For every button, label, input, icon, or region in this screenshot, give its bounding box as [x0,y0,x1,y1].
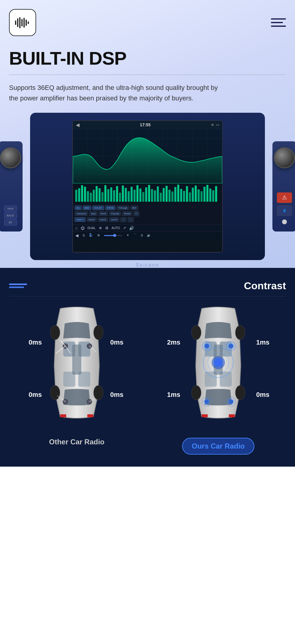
our-car-with-labels: 2ms 1ms 1ms 0ms [167,305,269,432]
left-knob[interactable] [0,147,21,168]
our-car-bl-label: 1ms [167,391,180,399]
svg-rect-22 [84,187,86,202]
ac-flow-icon: ⌒ [133,233,137,238]
audio-waveform-icon [14,16,32,29]
svg-rect-39 [134,190,136,202]
svg-rect-55 [180,189,182,202]
warning-icon: ⚠ [282,194,287,201]
svg-rect-28 [101,192,104,202]
srs-badge[interactable]: SRS● [105,206,115,210]
fan-icon-right: ✦ [126,233,129,237]
svg-point-107 [228,344,233,348]
svg-rect-33 [116,186,118,202]
contrast-line-1 [9,284,27,285]
fan-icon: ⊕ [97,233,100,237]
right-knob[interactable] [274,147,295,168]
navi-button[interactable]: NAVI [4,206,17,212]
svg-rect-61 [197,189,200,202]
nav-buttons: NAVI BACK BT [4,206,17,225]
jazz-badge[interactable]: Jazz [89,211,98,216]
fan-slider[interactable] [104,234,122,237]
svg-rect-4 [23,18,25,28]
svg-rect-34 [119,193,121,202]
eq-sliders [73,183,222,204]
svg-rect-26 [96,186,98,202]
svg-point-78 [50,385,60,400]
svg-rect-56 [183,191,185,202]
bbe-badge[interactable]: BBE [83,206,91,210]
screen-status-icons: ≋ ▭ [211,123,219,127]
svg-rect-43 [145,187,147,202]
svg-point-77 [94,325,103,340]
svg-rect-62 [200,191,203,202]
svg-point-109 [204,399,209,404]
cars-comparison: 0ms 0ms 0ms 0ms [9,305,286,455]
dts-badge[interactable]: dts [75,206,82,210]
volume-down-icon: 🔉 [147,233,151,237]
svg-rect-24 [90,193,92,202]
popular-badge[interactable]: Popular [109,211,121,216]
svg-point-115 [214,358,222,367]
svg-rect-60 [195,186,197,202]
user1-badge[interactable]: User:1 [75,217,85,222]
svg-point-76 [50,325,60,340]
svg-rect-91 [87,414,93,417]
svg-rect-49 [163,188,165,202]
eq-controls: dts BBE DOLBY SRS● Through ⊕⊝ Classical … [73,204,222,224]
top-bar [9,9,286,36]
plus-badge[interactable]: ＋ [120,217,126,222]
our-car-label-button[interactable]: Ours Car Radio [182,438,254,455]
contrast-lines-icon [9,284,27,288]
contrast-header: Contrast [9,280,286,292]
svg-rect-51 [169,190,171,202]
reset-badge[interactable]: Reset [122,211,132,216]
right-side-panel: ⚠ 👤 [272,141,295,232]
seat-icon: 💺 [89,233,93,237]
screen-time: 17:55 [140,122,151,127]
header-section: BUILT-IN DSP Supports 36EQ adjustment, a… [0,0,295,268]
auto-text: AUTO [112,226,120,230]
back-button[interactable]: BACK [4,213,17,219]
hamburger-menu-button[interactable] [271,18,286,27]
classical-badge[interactable]: Classical [75,211,88,216]
home-climate-icon: ⌂ [75,226,78,230]
minus-badge[interactable]: － [128,217,134,222]
other-car-item: 0ms 0ms 0ms 0ms [9,305,144,446]
svg-rect-31 [110,187,112,202]
eq-curve-svg [73,129,222,183]
title-divider [9,75,286,75]
temp-0-right: 0 [141,234,143,237]
warning-button[interactable]: ⚠ [277,192,292,203]
passenger-button[interactable]: 👤 [277,205,292,216]
svg-point-100 [191,385,201,400]
car-radio-container: NAVI BACK BT ◀ 17:55 ≋ ▭ [9,113,286,260]
user3-badge[interactable]: User3 [98,217,108,222]
svg-rect-44 [148,185,150,202]
rock-badge[interactable]: Rock [99,211,108,216]
svg-rect-54 [177,185,179,202]
eq-chart [73,129,222,183]
user5-badge[interactable]: User5 [109,217,119,222]
contrast-section: Contrast 0ms 0ms 0ms 0ms [0,268,295,467]
svg-rect-6 [28,21,29,24]
svg-point-70 [113,234,116,237]
other-car-br-label: 0ms [110,391,123,399]
our-car-br-label: 0ms [256,391,269,399]
info-badge[interactable]: ⓘ [133,211,139,216]
our-car-tr-label: 1ms [256,339,269,346]
svg-rect-50 [166,186,168,202]
eq-row-1: dts BBE DOLBY SRS● Through ⊕⊝ [75,206,220,210]
other-car-with-labels: 0ms 0ms 0ms 0ms [29,305,125,432]
bt-button[interactable]: BT [4,219,17,225]
dolby-badge[interactable]: DOLBY [92,206,104,210]
our-car-tl-label: 2ms [167,339,180,346]
svg-rect-32 [113,190,115,202]
icon-badge-1[interactable]: ⊕⊝ [130,206,138,210]
through-badge[interactable]: Through [116,206,129,210]
user2-badge[interactable]: User2 [87,217,97,222]
left-side-panel: NAVI BACK BT [0,141,23,232]
svg-rect-45 [151,189,153,202]
svg-point-111 [228,399,233,404]
back-arrow-icon[interactable]: ◀ [76,122,79,128]
wind-icon: ↗ [123,226,126,230]
